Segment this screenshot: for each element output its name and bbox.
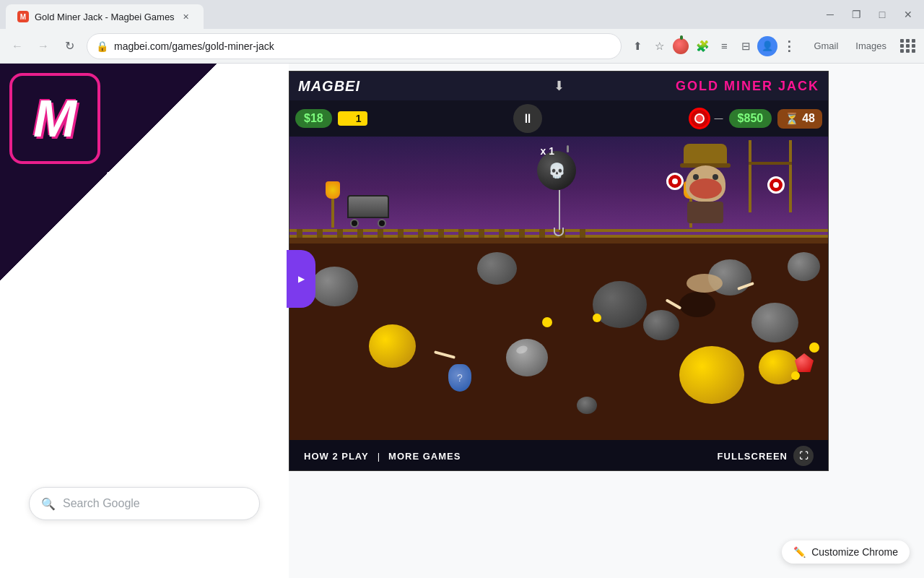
underground-area: ?: [289, 238, 828, 440]
sidebar-button[interactable]: ⊟: [736, 36, 756, 56]
red-gem: [795, 353, 814, 372]
star-count: 1: [356, 113, 362, 124]
hook-line: [559, 190, 560, 230]
forward-button[interactable]: →: [32, 35, 55, 58]
nav-images[interactable]: Images: [850, 38, 892, 54]
more-games-link[interactable]: MORE GAMES: [388, 451, 461, 462]
small-gold-2: [593, 314, 601, 322]
gold-nugget-2: [679, 346, 744, 404]
scaffold-bar-left: [749, 140, 751, 212]
tab-title: Gold Miner Jack - Magbei Games: [35, 12, 175, 22]
customize-chrome-button[interactable]: ✏️ Customize Chrome: [782, 540, 910, 564]
shortcut-toggle-button[interactable]: ▶: [287, 250, 315, 308]
footer-divider: |: [378, 451, 380, 462]
toolbar: ← → ↻ 🔒 magbei.com/games/gold-miner-jack…: [0, 29, 924, 64]
magbei-logo: M: [12, 75, 98, 162]
rail-tie: [479, 229, 484, 238]
ntp-panel: M 🔍 Search Google: [0, 64, 289, 578]
maximize-button[interactable]: □: [872, 4, 892, 25]
restore-button[interactable]: ❐: [846, 4, 866, 25]
target-icon: [689, 108, 710, 129]
nav-gmail[interactable]: Gmail: [808, 38, 844, 54]
hud-left: $18 ★ 1: [295, 109, 367, 128]
small-gold-1: [542, 317, 552, 327]
cart-body: [347, 195, 389, 218]
rail-tie: [580, 229, 585, 238]
share-button[interactable]: ⬆: [627, 36, 648, 56]
google-nav: Gmail Images: [808, 36, 918, 56]
timer-display: ⏳ 48: [777, 109, 822, 129]
eye-right: [712, 174, 718, 180]
title-bar: M Gold Miner Jack - Magbei Games ✕ ─ ❐ □…: [0, 0, 924, 29]
address-bar[interactable]: 🔒 magbei.com/games/gold-miner-jack: [87, 33, 622, 59]
extensions-button[interactable]: 🧩: [692, 36, 712, 56]
gray-stone-1: [506, 339, 548, 376]
active-tab[interactable]: M Gold Miner Jack - Magbei Games ✕: [6, 4, 204, 29]
rail-tie: [317, 229, 323, 238]
reload-button[interactable]: ↻: [58, 35, 81, 58]
lamp-head-left: [326, 181, 340, 199]
miner-character: [676, 144, 734, 216]
how-to-play-link[interactable]: HOW 2 PLAY: [304, 451, 369, 462]
magbei-logo-container: M: [12, 75, 98, 162]
pause-button[interactable]: ⏸: [513, 104, 542, 133]
stop-sign-left: [666, 173, 684, 190]
small-gold-3: [809, 342, 819, 353]
media-router-button[interactable]: ≡: [714, 36, 734, 56]
rail-tie: [378, 229, 383, 238]
logo-border: [9, 73, 100, 164]
small-rock-oval: [577, 397, 597, 414]
search-bar[interactable]: 🔍 Search Google: [29, 487, 260, 520]
rail-tie: [357, 229, 363, 238]
stop-inner-right: [773, 182, 779, 188]
fullscreen-label: FULLSCREEN: [718, 451, 788, 462]
back-button[interactable]: ←: [6, 35, 29, 58]
timer-icon: ⏳: [785, 112, 799, 126]
eye-left: [693, 174, 699, 180]
rock-3: [593, 281, 647, 328]
download-icon[interactable]: ⬇: [554, 78, 565, 94]
rock-6: [751, 303, 798, 342]
minimize-button[interactable]: ─: [820, 4, 840, 25]
miner-hat: [684, 144, 727, 165]
bookmark-button[interactable]: ☆: [649, 36, 669, 56]
more-menu-button[interactable]: ⋮: [779, 36, 799, 56]
bomb-fuse: [567, 145, 569, 152]
bomb-count: x 1: [541, 145, 554, 157]
rail-tie: [398, 229, 404, 238]
target-display: —: [689, 108, 723, 129]
profile-button[interactable]: 👤: [757, 36, 777, 56]
apps-button[interactable]: [898, 36, 918, 56]
tab-strip: M Gold Miner Jack - Magbei Games ✕: [6, 0, 817, 29]
rail-tie: [458, 229, 464, 238]
miner-face: [686, 165, 725, 202]
window-controls: ─ ❐ □ ✕: [820, 4, 918, 25]
scaffold-right: [749, 140, 792, 212]
cart-wheels: [347, 219, 389, 228]
stone-shine: [515, 345, 528, 355]
lamp-post-left: [331, 199, 334, 228]
rail-tie: [499, 229, 505, 238]
lock-icon: 🔒: [96, 40, 108, 52]
chrome-window: M Gold Miner Jack - Magbei Games ✕ ─ ❐ □…: [0, 0, 924, 578]
close-button[interactable]: ✕: [898, 4, 918, 25]
score-display: $850: [729, 109, 772, 128]
edit-icon: ✏️: [793, 546, 806, 558]
lamp-left: [326, 181, 340, 228]
miner-beard: [689, 178, 722, 199]
dark-patch: [679, 292, 715, 317]
miner-body: [687, 202, 723, 223]
small-gold-4: [791, 371, 800, 380]
bomb-item: 💀: [537, 151, 576, 190]
game-header: MAGBEI ⬇ GOLD MINER JACK: [289, 72, 828, 100]
hud-right: — $850 ⏳ 48: [689, 108, 822, 129]
search-container: 🔍 Search Google: [29, 487, 260, 520]
rail-tie: [539, 229, 545, 238]
fossil-1: [687, 274, 723, 293]
address-text: magbei.com/games/gold-miner-jack: [114, 40, 612, 52]
tab-close-button[interactable]: ✕: [180, 11, 192, 22]
fullscreen-button[interactable]: FULLSCREEN ⛶: [718, 446, 814, 466]
search-placeholder: Search Google: [63, 497, 140, 510]
stop-sign-right: [767, 176, 785, 194]
tomato-extension[interactable]: [671, 36, 691, 56]
